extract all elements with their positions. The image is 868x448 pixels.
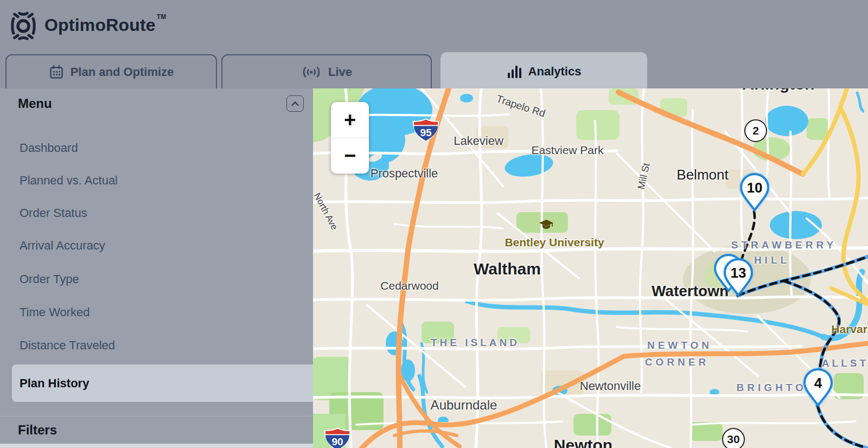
sidebar-item-order-type[interactable]: Order Type xyxy=(0,263,313,296)
main-tabbar: Plan and Optimize Live Analytics xyxy=(0,52,868,88)
zoom-out-button[interactable]: − xyxy=(331,138,369,174)
shield-number: 95 xyxy=(412,127,440,139)
map-base-layer xyxy=(313,88,868,448)
graduation-cap-icon xyxy=(539,220,553,232)
interstate-95-shield: 95 xyxy=(412,118,440,145)
logo-trademark: TM xyxy=(157,13,166,21)
live-broadcast-icon xyxy=(301,66,322,79)
route-stop-pin-4[interactable]: 4 xyxy=(802,368,834,407)
interstate-90-shield: 90 xyxy=(323,427,352,448)
app-header: OptimoRoute TM xyxy=(0,0,868,52)
sidebar-item-planned-vs-actual[interactable]: Planned vs. Actual xyxy=(0,164,313,197)
sidebar-item-label: Time Worked xyxy=(20,305,90,319)
zoom-in-button[interactable]: + xyxy=(331,102,369,138)
sidebar-item-label: Dashboard xyxy=(20,141,78,155)
sidebar-item-dashboard[interactable]: Dashboard xyxy=(0,132,313,164)
route-stop-pin-10[interactable]: 10 xyxy=(739,172,770,212)
pin-stop-number: 13 xyxy=(723,265,754,281)
tab-label: Plan and Optimize xyxy=(71,65,174,79)
sidebar-item-distance-traveled[interactable]: Distance Traveled xyxy=(0,329,313,362)
tab-live[interactable]: Live xyxy=(221,54,432,88)
route-30-shield: 30 xyxy=(722,428,745,448)
sidebar-item-label: Plan History xyxy=(20,376,89,391)
filters-title: Filters xyxy=(18,423,57,438)
route-2-shield: 2 xyxy=(744,119,767,142)
calendar-icon xyxy=(49,65,64,80)
pin-stop-number: 10 xyxy=(739,180,770,196)
sidebar-item-label: Distance Traveled xyxy=(20,338,115,353)
sidebar-item-plan-history[interactable]: Plan History xyxy=(12,364,313,402)
pin-stop-number: 4 xyxy=(802,375,834,392)
shield-number: 2 xyxy=(744,119,767,142)
sidebar-item-order-status[interactable]: Order Status xyxy=(0,197,313,229)
route-stop-pin-13[interactable]: 13 xyxy=(723,258,754,297)
chevron-up-icon xyxy=(291,100,299,107)
sidebar-item-arrival-accuracy[interactable]: Arrival Accuracy xyxy=(0,229,313,262)
sidebar-bottom-panel-edge xyxy=(0,444,313,448)
bar-chart-icon xyxy=(507,65,522,79)
tab-label: Analytics xyxy=(528,65,582,79)
tab-plan-and-optimize[interactable]: Plan and Optimize xyxy=(5,54,217,88)
map-zoom-control: + − xyxy=(331,102,369,174)
tab-label: Live xyxy=(328,65,352,79)
optimoroute-logo: OptimoRoute TM xyxy=(8,9,166,41)
filters-section-header[interactable]: Filters xyxy=(0,416,313,444)
analytics-sidebar: Menu Dashboard Planned vs. Actual Order … xyxy=(0,88,313,448)
menu-collapse-button[interactable] xyxy=(286,95,304,112)
sidebar-item-label: Order Status xyxy=(20,206,87,220)
logo-text: OptimoRoute xyxy=(44,9,156,41)
sidebar-item-label: Planned vs. Actual xyxy=(20,174,118,188)
sidebar-item-time-worked[interactable]: Time Worked xyxy=(0,296,313,329)
sidebar-item-label: Order Type xyxy=(20,272,79,286)
shield-number: 30 xyxy=(722,428,745,448)
sidebar-item-label: Arrival Accuracy xyxy=(20,239,105,253)
optimoroute-logo-icon xyxy=(8,10,39,41)
analytics-map[interactable]: Arlington Trapelo Rd Lakeview Eastview P… xyxy=(313,88,868,448)
shield-number: 90 xyxy=(323,436,352,448)
tab-analytics[interactable]: Analytics xyxy=(441,52,647,88)
menu-section-title: Menu xyxy=(18,96,52,111)
